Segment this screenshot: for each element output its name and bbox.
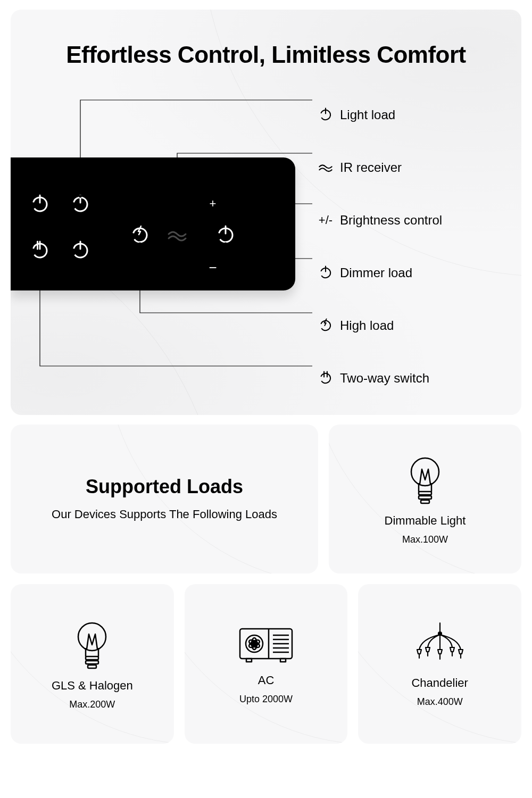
load-capacity: Max.100W <box>402 534 448 545</box>
svg-rect-41 <box>280 659 286 662</box>
callout-two-way: Two-way switch <box>318 352 442 404</box>
load-capacity: Max.200W <box>69 699 115 710</box>
callout-label: High load <box>340 318 394 333</box>
chandelier-icon <box>411 621 469 669</box>
callout-ir-receiver: IR receiver <box>318 141 442 194</box>
load-capacity: Max.400W <box>417 696 463 708</box>
bulb-icon <box>404 453 446 506</box>
callout-brightness: +/- Brightness control <box>318 194 442 246</box>
load-capacity: Upto 2000W <box>239 694 293 705</box>
callouts: Light load IR receiver +/- Brightness co… <box>318 88 442 404</box>
callout-label: Brightness control <box>340 213 442 228</box>
load-card-gls: GLS & Halogen Max.200W <box>11 584 174 744</box>
load-card-chandelier: Chandelier Max.400W <box>358 584 521 744</box>
callout-label: Light load <box>340 107 395 122</box>
load-label: GLS & Halogen <box>52 679 133 693</box>
svg-text:−: − <box>209 260 217 276</box>
plus-minus-icon: +/- <box>318 212 334 228</box>
svg-rect-23 <box>421 500 429 503</box>
callout-label: Two-way switch <box>340 371 429 386</box>
svg-rect-22 <box>419 496 431 499</box>
load-label: Chandelier <box>411 676 468 690</box>
supported-loads-title: Supported Loads <box>86 476 243 498</box>
hero-panel: Effortless Control, Limitless Comfort <box>11 10 521 415</box>
callout-light-load: Light load <box>318 88 442 141</box>
svg-rect-26 <box>86 661 98 664</box>
svg-rect-21 <box>419 492 431 495</box>
load-label: AC <box>258 674 275 687</box>
svg-point-20 <box>411 458 439 486</box>
power-icon <box>318 107 334 123</box>
callout-high-load: High load <box>318 299 442 352</box>
svg-point-24 <box>78 623 106 651</box>
supported-loads-intro-card: Supported Loads Our Devices Supports The… <box>11 425 318 573</box>
power-icon <box>318 265 334 281</box>
svg-rect-27 <box>88 665 96 668</box>
load-label: Dimmable Light <box>385 514 466 528</box>
svg-point-34 <box>253 642 256 645</box>
supported-loads-grid: Supported Loads Our Devices Supports The… <box>11 425 521 744</box>
power-bolt-icon <box>318 318 334 334</box>
load-card-ac: AC Upto 2000W <box>185 584 348 744</box>
two-way-power-icon <box>318 370 334 386</box>
ir-receiver-icon <box>318 160 334 176</box>
hero-title: Effortless Control, Limitless Comfort <box>11 10 521 68</box>
supported-loads-subtitle: Our Devices Supports The Following Loads <box>52 506 277 523</box>
svg-rect-25 <box>86 656 98 660</box>
svg-point-17 <box>320 372 331 384</box>
callout-label: Dimmer load <box>340 265 412 280</box>
device-panel: + − <box>11 157 295 290</box>
svg-text:+: + <box>210 197 217 210</box>
svg-rect-40 <box>246 659 252 662</box>
ac-icon <box>237 624 295 666</box>
bulb-icon <box>71 618 113 671</box>
callout-label: IR receiver <box>340 160 402 175</box>
load-card-dimmable: Dimmable Light Max.100W <box>329 425 521 573</box>
callout-dimmer-load: Dimmer load <box>318 246 442 299</box>
